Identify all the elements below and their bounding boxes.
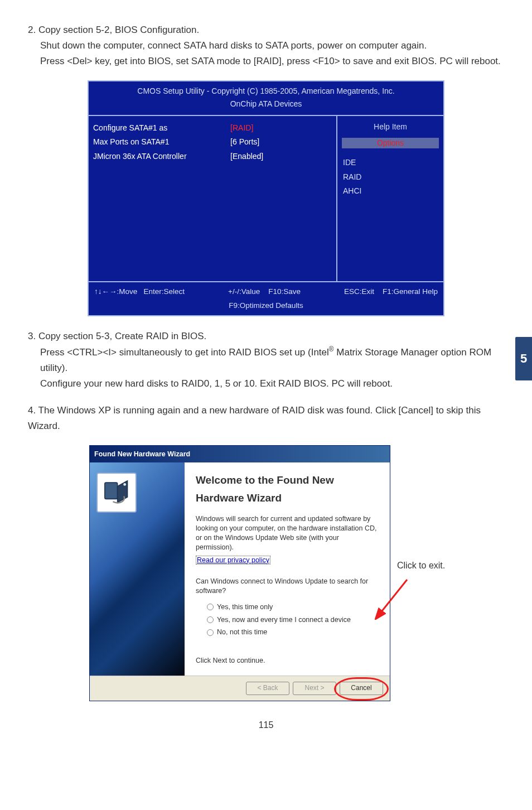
step-2: 2. Copy section 5-2, BIOS Configuration.… xyxy=(28,22,504,69)
bios-options-box: Options xyxy=(342,138,439,148)
radio-no[interactable]: No, not this time xyxy=(196,626,379,638)
bios-value-2[interactable]: [Enabled] xyxy=(230,150,332,163)
wizard-device-icon xyxy=(96,472,137,513)
bios-value-0[interactable]: [RAID] xyxy=(230,122,332,134)
next-button: Next > xyxy=(293,682,336,695)
click-to-exit-label: Click to exit. xyxy=(397,558,445,573)
page-number: 115 xyxy=(28,718,504,732)
step2-line1: 2. Copy section 5-2, BIOS Configuration. xyxy=(28,22,504,38)
bios-options-label: Options xyxy=(342,138,439,148)
bios-label-2: JMicron 36x ATA Controller xyxy=(93,150,230,163)
step-3: 3. Copy section 5-3, Create RAID in BIOS… xyxy=(28,329,504,392)
bios-label-1: Max Ports on SATA#1 xyxy=(93,136,230,148)
svg-rect-0 xyxy=(105,483,118,499)
wizard-paragraph-1: Windows will search for current and upda… xyxy=(196,514,379,552)
radio-label: Yes, this time only xyxy=(217,601,273,613)
bios-title-1: CMOS Setup Utility - Copyright (C) 1985-… xyxy=(89,85,443,98)
radio-label: Yes, now and every time I connect a devi… xyxy=(217,614,351,626)
back-button: < Back xyxy=(246,682,289,695)
step3-line1: 3. Copy section 5-3, Create RAID in BIOS… xyxy=(28,329,504,344)
step3-line2: Press <CTRL><I> simultaneously to get in… xyxy=(28,344,504,376)
wizard-title: Found New Hardware Wizard xyxy=(90,446,390,463)
bios-opt-0: IDE xyxy=(342,156,439,169)
step3-line3: Configure your new hard disks to RAID0, … xyxy=(28,376,504,392)
wizard-wrap: Found New Hardware Wizard Welcome to the… xyxy=(89,445,504,701)
bios-opt-1: RAID xyxy=(342,171,439,184)
bios-opt-2: AHCI xyxy=(342,185,439,197)
callout-arrow-icon xyxy=(375,575,414,620)
radio-yes-once[interactable]: Yes, this time only xyxy=(196,601,379,613)
radio-icon xyxy=(207,616,214,623)
bios-foot-f9: F9:Optimized Defaults xyxy=(94,298,438,312)
reg-symbol: ® xyxy=(329,345,334,353)
bios-title-2: OnChip ATA Devices xyxy=(89,98,443,110)
bios-title: CMOS Setup Utility - Copyright (C) 1985-… xyxy=(89,81,443,115)
svg-point-1 xyxy=(123,483,126,486)
bios-foot-esc: ESC:Exit F1:General Help xyxy=(344,286,438,298)
cancel-button[interactable]: Cancel xyxy=(340,682,383,695)
side-chapter-tab: 5 xyxy=(515,337,532,380)
wizard-continue-text: Click Next to continue. xyxy=(196,656,379,666)
bios-value-1[interactable]: [6 Ports] xyxy=(230,136,332,148)
wizard-heading: Welcome to the Found New Hardware Wizard xyxy=(196,471,379,507)
step-4: 4. The Windows XP is running again and a… xyxy=(28,403,504,434)
wizard-question: Can Windows connect to Windows Update to… xyxy=(196,577,379,596)
radio-icon xyxy=(207,604,214,610)
radio-label: No, not this time xyxy=(217,626,267,638)
svg-line-2 xyxy=(380,580,407,613)
bios-foot-val: +/-/:Value F10:Save xyxy=(228,286,301,298)
bios-help-item: Help Item xyxy=(342,120,439,133)
bios-screenshot: CMOS Setup Utility - Copyright (C) 1985-… xyxy=(88,80,444,316)
bios-footer: ↑↓←→:Move Enter:Select +/-/:Value F10:Sa… xyxy=(89,282,443,315)
found-new-hardware-wizard: Found New Hardware Wizard Welcome to the… xyxy=(89,445,390,701)
step4-line1: 4. The Windows XP is running again and a… xyxy=(28,403,504,434)
radio-yes-always[interactable]: Yes, now and every time I connect a devi… xyxy=(196,614,379,626)
bios-foot-move: ↑↓←→:Move Enter:Select xyxy=(94,286,185,298)
bios-label-0: Configure SATA#1 as xyxy=(93,122,230,134)
step2-line2: Shut down the computer, connect SATA har… xyxy=(28,38,504,54)
radio-icon xyxy=(207,629,214,636)
wizard-sidebar xyxy=(90,462,185,675)
step2-line3: Press <Del> key, get into BIOS, set SATA… xyxy=(28,54,504,69)
privacy-link[interactable]: Read our privacy policy xyxy=(196,556,270,565)
